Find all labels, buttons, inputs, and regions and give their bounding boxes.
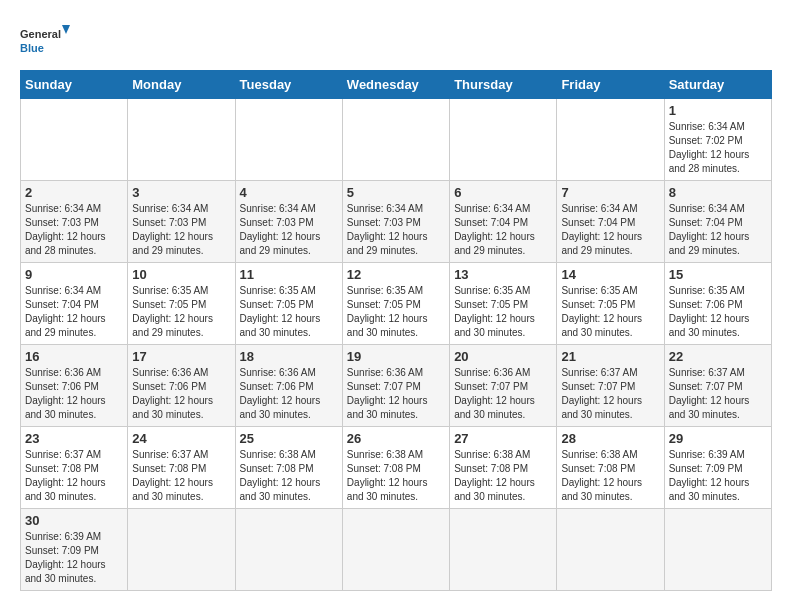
calendar-cell (342, 99, 449, 181)
day-info: Sunrise: 6:38 AM Sunset: 7:08 PM Dayligh… (347, 448, 445, 504)
day-number: 14 (561, 267, 659, 282)
calendar-cell: 21Sunrise: 6:37 AM Sunset: 7:07 PM Dayli… (557, 345, 664, 427)
calendar-cell (342, 509, 449, 591)
weekday-monday: Monday (128, 71, 235, 99)
day-number: 11 (240, 267, 338, 282)
day-info: Sunrise: 6:38 AM Sunset: 7:08 PM Dayligh… (454, 448, 552, 504)
weekday-header-row: SundayMondayTuesdayWednesdayThursdayFrid… (21, 71, 772, 99)
calendar-cell: 3Sunrise: 6:34 AM Sunset: 7:03 PM Daylig… (128, 181, 235, 263)
day-number: 4 (240, 185, 338, 200)
calendar-cell: 8Sunrise: 6:34 AM Sunset: 7:04 PM Daylig… (664, 181, 771, 263)
day-number: 19 (347, 349, 445, 364)
weekday-thursday: Thursday (450, 71, 557, 99)
svg-text:General: General (20, 28, 61, 40)
day-number: 20 (454, 349, 552, 364)
day-info: Sunrise: 6:34 AM Sunset: 7:04 PM Dayligh… (561, 202, 659, 258)
day-number: 8 (669, 185, 767, 200)
calendar-cell: 17Sunrise: 6:36 AM Sunset: 7:06 PM Dayli… (128, 345, 235, 427)
day-number: 28 (561, 431, 659, 446)
calendar-cell: 14Sunrise: 6:35 AM Sunset: 7:05 PM Dayli… (557, 263, 664, 345)
day-number: 25 (240, 431, 338, 446)
day-info: Sunrise: 6:35 AM Sunset: 7:05 PM Dayligh… (240, 284, 338, 340)
calendar-cell (450, 509, 557, 591)
weekday-sunday: Sunday (21, 71, 128, 99)
calendar-cell: 25Sunrise: 6:38 AM Sunset: 7:08 PM Dayli… (235, 427, 342, 509)
calendar-cell: 20Sunrise: 6:36 AM Sunset: 7:07 PM Dayli… (450, 345, 557, 427)
calendar-cell: 27Sunrise: 6:38 AM Sunset: 7:08 PM Dayli… (450, 427, 557, 509)
calendar-cell: 15Sunrise: 6:35 AM Sunset: 7:06 PM Dayli… (664, 263, 771, 345)
day-info: Sunrise: 6:34 AM Sunset: 7:04 PM Dayligh… (454, 202, 552, 258)
day-number: 3 (132, 185, 230, 200)
calendar-cell (664, 509, 771, 591)
day-info: Sunrise: 6:34 AM Sunset: 7:04 PM Dayligh… (25, 284, 123, 340)
day-info: Sunrise: 6:35 AM Sunset: 7:05 PM Dayligh… (347, 284, 445, 340)
calendar-cell: 1Sunrise: 6:34 AM Sunset: 7:02 PM Daylig… (664, 99, 771, 181)
calendar-cell (235, 509, 342, 591)
calendar-cell: 6Sunrise: 6:34 AM Sunset: 7:04 PM Daylig… (450, 181, 557, 263)
calendar-cell: 12Sunrise: 6:35 AM Sunset: 7:05 PM Dayli… (342, 263, 449, 345)
calendar-cell: 19Sunrise: 6:36 AM Sunset: 7:07 PM Dayli… (342, 345, 449, 427)
day-info: Sunrise: 6:39 AM Sunset: 7:09 PM Dayligh… (25, 530, 123, 586)
calendar-cell: 29Sunrise: 6:39 AM Sunset: 7:09 PM Dayli… (664, 427, 771, 509)
calendar-cell: 28Sunrise: 6:38 AM Sunset: 7:08 PM Dayli… (557, 427, 664, 509)
day-info: Sunrise: 6:36 AM Sunset: 7:06 PM Dayligh… (132, 366, 230, 422)
day-number: 1 (669, 103, 767, 118)
calendar-week-4: 16Sunrise: 6:36 AM Sunset: 7:06 PM Dayli… (21, 345, 772, 427)
calendar-cell (21, 99, 128, 181)
calendar-week-2: 2Sunrise: 6:34 AM Sunset: 7:03 PM Daylig… (21, 181, 772, 263)
day-info: Sunrise: 6:37 AM Sunset: 7:07 PM Dayligh… (669, 366, 767, 422)
day-info: Sunrise: 6:37 AM Sunset: 7:07 PM Dayligh… (561, 366, 659, 422)
day-info: Sunrise: 6:38 AM Sunset: 7:08 PM Dayligh… (240, 448, 338, 504)
weekday-tuesday: Tuesday (235, 71, 342, 99)
day-number: 2 (25, 185, 123, 200)
calendar-cell: 26Sunrise: 6:38 AM Sunset: 7:08 PM Dayli… (342, 427, 449, 509)
day-number: 24 (132, 431, 230, 446)
day-info: Sunrise: 6:35 AM Sunset: 7:05 PM Dayligh… (561, 284, 659, 340)
day-number: 21 (561, 349, 659, 364)
day-info: Sunrise: 6:35 AM Sunset: 7:06 PM Dayligh… (669, 284, 767, 340)
calendar-cell: 11Sunrise: 6:35 AM Sunset: 7:05 PM Dayli… (235, 263, 342, 345)
svg-text:Blue: Blue (20, 42, 44, 54)
calendar-cell: 18Sunrise: 6:36 AM Sunset: 7:06 PM Dayli… (235, 345, 342, 427)
calendar-cell: 9Sunrise: 6:34 AM Sunset: 7:04 PM Daylig… (21, 263, 128, 345)
calendar-week-1: 1Sunrise: 6:34 AM Sunset: 7:02 PM Daylig… (21, 99, 772, 181)
calendar-cell (235, 99, 342, 181)
calendar-cell: 30Sunrise: 6:39 AM Sunset: 7:09 PM Dayli… (21, 509, 128, 591)
calendar-cell: 16Sunrise: 6:36 AM Sunset: 7:06 PM Dayli… (21, 345, 128, 427)
calendar-cell: 5Sunrise: 6:34 AM Sunset: 7:03 PM Daylig… (342, 181, 449, 263)
day-number: 23 (25, 431, 123, 446)
day-number: 7 (561, 185, 659, 200)
logo: General Blue (20, 20, 70, 60)
day-number: 6 (454, 185, 552, 200)
day-info: Sunrise: 6:39 AM Sunset: 7:09 PM Dayligh… (669, 448, 767, 504)
weekday-saturday: Saturday (664, 71, 771, 99)
day-info: Sunrise: 6:34 AM Sunset: 7:03 PM Dayligh… (25, 202, 123, 258)
calendar-cell: 2Sunrise: 6:34 AM Sunset: 7:03 PM Daylig… (21, 181, 128, 263)
calendar-cell: 22Sunrise: 6:37 AM Sunset: 7:07 PM Dayli… (664, 345, 771, 427)
calendar-week-3: 9Sunrise: 6:34 AM Sunset: 7:04 PM Daylig… (21, 263, 772, 345)
day-number: 29 (669, 431, 767, 446)
day-number: 22 (669, 349, 767, 364)
day-info: Sunrise: 6:35 AM Sunset: 7:05 PM Dayligh… (132, 284, 230, 340)
day-info: Sunrise: 6:36 AM Sunset: 7:06 PM Dayligh… (25, 366, 123, 422)
day-number: 12 (347, 267, 445, 282)
calendar-cell: 4Sunrise: 6:34 AM Sunset: 7:03 PM Daylig… (235, 181, 342, 263)
calendar-cell: 23Sunrise: 6:37 AM Sunset: 7:08 PM Dayli… (21, 427, 128, 509)
day-number: 9 (25, 267, 123, 282)
calendar-cell (557, 509, 664, 591)
calendar-week-6: 30Sunrise: 6:39 AM Sunset: 7:09 PM Dayli… (21, 509, 772, 591)
calendar-cell: 24Sunrise: 6:37 AM Sunset: 7:08 PM Dayli… (128, 427, 235, 509)
day-info: Sunrise: 6:34 AM Sunset: 7:04 PM Dayligh… (669, 202, 767, 258)
calendar-week-5: 23Sunrise: 6:37 AM Sunset: 7:08 PM Dayli… (21, 427, 772, 509)
day-number: 10 (132, 267, 230, 282)
day-info: Sunrise: 6:34 AM Sunset: 7:03 PM Dayligh… (240, 202, 338, 258)
day-info: Sunrise: 6:38 AM Sunset: 7:08 PM Dayligh… (561, 448, 659, 504)
day-info: Sunrise: 6:36 AM Sunset: 7:06 PM Dayligh… (240, 366, 338, 422)
day-number: 16 (25, 349, 123, 364)
calendar-cell (450, 99, 557, 181)
day-number: 15 (669, 267, 767, 282)
calendar-table: SundayMondayTuesdayWednesdayThursdayFrid… (20, 70, 772, 591)
calendar-cell (128, 509, 235, 591)
day-info: Sunrise: 6:34 AM Sunset: 7:03 PM Dayligh… (347, 202, 445, 258)
logo-svg: General Blue (20, 20, 70, 60)
